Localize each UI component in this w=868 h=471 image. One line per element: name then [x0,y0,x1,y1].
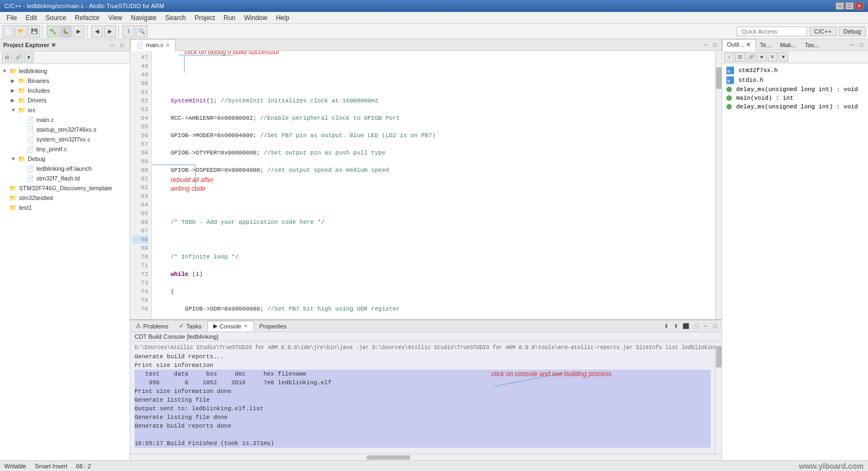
maximize-panel-button[interactable]: □ [118,41,126,49]
tree-item-binaries[interactable]: ▶ 📁 Binaries [0,76,130,86]
tree-item-ledblinking[interactable]: ▼ 📁 ledblinking [0,66,130,76]
editor-tab-close-icon[interactable]: ✕ [165,42,170,48]
outline-toolbar-btn1[interactable]: ↕ [724,52,734,62]
tab-console-close-icon[interactable]: ✕ [244,323,248,329]
console-line-gen-reports-done: Generate build reports done [135,422,711,430]
bottom-panel-btn3[interactable]: ⬛ [681,322,690,331]
menu-search[interactable]: Search [161,13,190,23]
outline-panel-buttons: ─ □ [847,41,868,49]
tree-item-system[interactable]: 📄 system_stm32f7xx.c [0,134,130,144]
console-title-label: CDT Build Console [ledblinking] [135,333,219,340]
menu-file[interactable]: File [2,13,21,23]
toolbar-forward[interactable]: ▶ [104,25,116,37]
menu-navigate[interactable]: Navigate [126,13,161,23]
panel-menu-button[interactable]: ▼ [24,53,34,62]
outline-item-stdioh[interactable]: h stdio.h [724,75,866,85]
bottom-panel-btn1[interactable]: ⬇ [662,322,671,331]
bottom-panel-btn4[interactable]: ⬜ [691,322,700,331]
editor-scrollbar[interactable] [715,51,722,319]
editor-maximize-button[interactable]: □ [711,41,719,49]
menu-source[interactable]: Source [41,13,71,23]
menu-help[interactable]: Help [272,13,294,23]
bottom-panel-btn2[interactable]: ⬆ [672,322,680,331]
outline-tab-mak[interactable]: Mak... [776,39,801,51]
collapse-all-button[interactable]: ⊟ [2,53,12,62]
editor-scrollbar-thumb[interactable] [716,67,722,89]
toolbar-save[interactable]: 💾 [28,25,40,37]
menu-view[interactable]: View [104,13,126,23]
tree-label-includes: Includes [28,87,50,94]
tree-item-flashld[interactable]: 📄 stm32f7_flash.ld [0,173,130,183]
project-icon: 📁 [9,184,17,192]
outline-label-main: main(void) : int [736,95,794,101]
perspective-debug-button[interactable]: Debug [839,27,866,36]
outline-toolbar-btn6[interactable]: ▼ [778,52,788,62]
tree-item-mainc[interactable]: 📄 main.c [0,115,130,125]
tab-properties[interactable]: Properties [254,322,292,331]
toolbar-run[interactable]: ▶ [73,25,85,37]
toolbar-info[interactable]: ℹ [123,25,135,37]
outline-minimize-button[interactable]: ─ [847,41,856,49]
menu-refactor[interactable]: Refactor [71,13,104,23]
tree-item-src[interactable]: ▼ 📁 src [0,105,130,115]
tab-tasks[interactable]: ✓ Tasks [174,321,207,331]
toolbar-back[interactable]: ◀ [91,25,103,37]
bottom-tab-buttons: ⬇ ⬆ ⬛ ⬜ ─ □ [660,322,722,331]
outline-toolbar-btn5[interactable]: ✕ [768,52,777,62]
file-icon: 📄 [26,174,35,183]
menu-window[interactable]: Window [240,13,272,23]
console-scrollbar-thumb[interactable] [716,346,722,367]
console-line-gen-listing: Generate listing file [135,396,711,404]
outline-maximize-button[interactable]: □ [857,41,866,49]
expand-src-icon: ▼ [11,107,17,113]
minimize-panel-button[interactable]: ─ [108,41,117,49]
toolbar-build[interactable]: 🔨 [47,25,59,37]
toolbar-search[interactable]: 🔍 [136,25,148,37]
tab-problems[interactable]: ⚠ Problems [130,321,174,331]
perspective-cpp-button[interactable]: C/C++ [809,27,837,36]
tree-item-startup[interactable]: 📄 startup_stm32f746xx.s [0,125,130,134]
outline-tab-outli[interactable]: Outli... ✕ [722,39,756,51]
quick-access-input[interactable] [737,27,807,36]
bottom-panel-minimize-button[interactable]: ─ [701,322,710,331]
console-scrollbar[interactable] [715,341,722,454]
outline-tab-tas[interactable]: Tas... [801,39,824,51]
console-content-wrapper: D:\Sources\Atollic Studio\TrueSTUDIO for… [130,341,722,454]
main-icon [726,95,732,101]
status-smart-insert: Smart Insert [35,463,67,469]
bottom-panel-maximize-button[interactable]: □ [711,322,719,331]
outline-toolbar-btn3[interactable]: 🔗 [746,52,756,62]
menu-project[interactable]: Project [190,13,219,23]
tree-item-test1[interactable]: 📁 test1 [0,203,130,212]
minimize-button[interactable]: ─ [835,2,844,10]
code-content[interactable]: SystemInit(); //SystemInit initializes c… [152,51,715,319]
tree-item-elflaunch[interactable]: 📄 ledblinking.elf.launch [0,164,130,173]
menu-edit[interactable]: Edit [21,13,41,23]
toolbar-open[interactable]: 📂 [15,25,27,37]
tree-item-stm32template[interactable]: 📁 STM32F746G_Discovery_template [0,183,130,193]
outline-label-delayms1: delay_ms(unsigned long int) : void [736,86,858,93]
tree-item-drivers[interactable]: ▶ 📁 Drivers [0,95,130,105]
toolbar-new[interactable]: 📄 [2,25,14,37]
console-hscrollbar-thumb[interactable] [367,455,410,460]
console-hscrollbar[interactable] [130,454,722,460]
outline-toolbar-btn4[interactable]: ★ [757,52,767,62]
outline-item-delayms2[interactable]: delay_ms(unsigned long int) : void [724,102,866,111]
tree-item-debug[interactable]: ▼ 📁 Debug [0,154,130,164]
outline-tab-te[interactable]: Te... [756,39,776,51]
toolbar-debug[interactable]: 🐛 [60,25,72,37]
close-button[interactable]: ✕ [855,2,864,10]
editor-minimize-button[interactable]: ─ [701,41,710,49]
link-editor-button[interactable]: 🔗 [13,53,23,62]
tree-item-stm32testled[interactable]: 📁 stm32testled [0,193,130,203]
tree-item-includes[interactable]: ▶ 📁 Includes [0,86,130,95]
outline-toolbar-btn2[interactable]: ⊟ [735,52,745,62]
menu-run[interactable]: Run [219,13,240,23]
tab-console[interactable]: ▶ Console ✕ [207,321,254,331]
outline-item-delayms1[interactable]: delay_ms(unsigned long int) : void [724,85,866,94]
outline-item-stm32f7h[interactable]: h stm32f7xx.h [724,66,866,75]
tree-item-tinyprintf[interactable]: 📄 tiny_printf.c [0,144,130,154]
outline-item-main[interactable]: main(void) : int [724,94,866,102]
editor-tab-mainc[interactable]: 📄 main.c ✕ [130,39,176,51]
maximize-button[interactable]: □ [845,2,854,10]
